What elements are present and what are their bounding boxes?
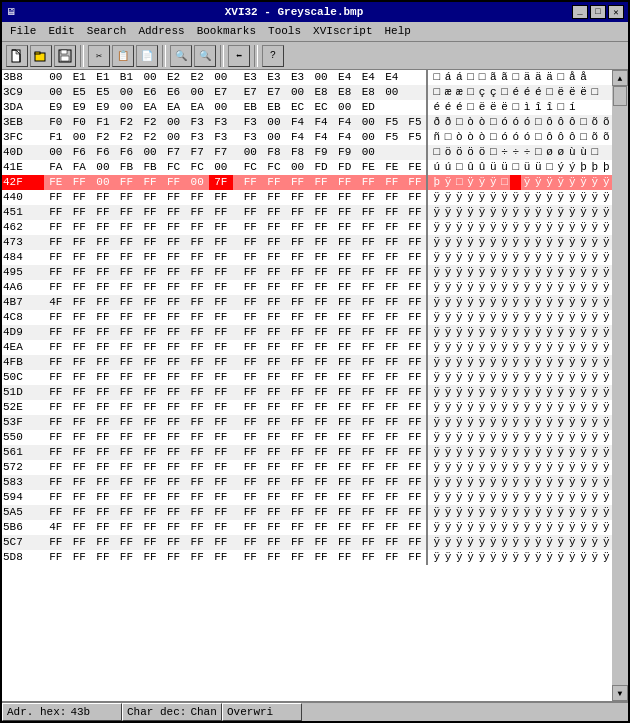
- table-row[interactable]: 495FFFFFFFFFFFFFFFFFFFFFFFFFFFFFFFFÿÿÿÿÿ…: [2, 265, 612, 280]
- char-cell[interactable]: ÿ: [567, 430, 578, 445]
- hex-cell[interactable]: FF: [286, 205, 310, 220]
- char-cell[interactable]: ÿ: [544, 310, 555, 325]
- char-cell[interactable]: ÿ: [521, 505, 532, 520]
- table-row[interactable]: 53FFFFFFFFFFFFFFFFFFFFFFFFFFFFFFFFFÿÿÿÿÿ…: [2, 415, 612, 430]
- char-cell[interactable]: ÿ: [533, 250, 544, 265]
- char-cell[interactable]: ÿ: [510, 265, 521, 280]
- char-cell[interactable]: ú: [442, 160, 453, 175]
- hex-cell[interactable]: FF: [115, 460, 139, 475]
- hex-cell[interactable]: FF: [286, 310, 310, 325]
- char-cell[interactable]: ù: [578, 145, 589, 160]
- hex-cell[interactable]: FF: [91, 490, 115, 505]
- hex-cell[interactable]: FF: [162, 415, 186, 430]
- char-cell[interactable]: ÿ: [476, 205, 487, 220]
- hex-cell[interactable]: FF: [356, 535, 380, 550]
- hex-cell[interactable]: FF: [138, 490, 162, 505]
- hex-cell[interactable]: E6: [162, 85, 186, 100]
- char-cell[interactable]: ÿ: [431, 430, 442, 445]
- hex-cell[interactable]: FF: [138, 400, 162, 415]
- hex-cell[interactable]: FF: [262, 295, 286, 310]
- char-cell[interactable]: ÿ: [567, 385, 578, 400]
- hex-cell[interactable]: FF: [162, 220, 186, 235]
- menu-tools[interactable]: Tools: [262, 24, 307, 39]
- table-row[interactable]: 594FFFFFFFFFFFFFFFFFFFFFFFFFFFFFFFFÿÿÿÿÿ…: [2, 490, 612, 505]
- hex-cell[interactable]: FF: [309, 295, 333, 310]
- hex-cell[interactable]: FF: [309, 220, 333, 235]
- char-cell[interactable]: æ: [454, 85, 465, 100]
- hex-cell[interactable]: E7: [239, 85, 263, 100]
- char-cell[interactable]: ÿ: [544, 550, 555, 565]
- char-cell[interactable]: ÿ: [600, 295, 612, 310]
- hex-cell[interactable]: FF: [209, 415, 233, 430]
- hex-cell[interactable]: E3: [239, 70, 263, 85]
- char-cell[interactable]: é: [521, 85, 532, 100]
- char-cell[interactable]: ÿ: [555, 175, 566, 190]
- char-cell[interactable]: ÿ: [465, 550, 476, 565]
- hex-cell[interactable]: FF: [138, 520, 162, 535]
- char-cell[interactable]: □: [578, 130, 589, 145]
- hex-cell[interactable]: FF: [239, 550, 263, 565]
- char-cell[interactable]: ÿ: [454, 220, 465, 235]
- char-cell[interactable]: ÿ: [600, 220, 612, 235]
- hex-cell[interactable]: FF: [309, 325, 333, 340]
- char-cell[interactable]: ò: [476, 115, 487, 130]
- char-cell[interactable]: ÿ: [521, 445, 532, 460]
- hex-cell[interactable]: F7: [185, 145, 209, 160]
- char-cell[interactable]: ÿ: [431, 220, 442, 235]
- table-row[interactable]: 473FFFFFFFFFFFFFFFFFFFFFFFFFFFFFFFFÿÿÿÿÿ…: [2, 235, 612, 250]
- char-cell[interactable]: ÿ: [600, 175, 612, 190]
- hex-cell[interactable]: FF: [380, 385, 404, 400]
- char-cell[interactable]: ÿ: [600, 385, 612, 400]
- hex-cell[interactable]: E2: [185, 70, 209, 85]
- hex-cell[interactable]: FF: [185, 490, 209, 505]
- hex-cell[interactable]: FF: [286, 505, 310, 520]
- char-cell[interactable]: ÿ: [567, 535, 578, 550]
- hex-cell[interactable]: FF: [356, 475, 380, 490]
- hex-cell[interactable]: FF: [185, 400, 209, 415]
- table-row[interactable]: 50CFFFFFFFFFFFFFFFFFFFFFFFFFFFFFFFFÿÿÿÿÿ…: [2, 370, 612, 385]
- hex-cell[interactable]: FF: [91, 385, 115, 400]
- char-cell[interactable]: ÿ: [544, 220, 555, 235]
- hex-cell[interactable]: FF: [115, 325, 139, 340]
- char-cell[interactable]: ÿ: [521, 355, 532, 370]
- char-cell[interactable]: ÿ: [454, 190, 465, 205]
- char-cell[interactable]: ÿ: [499, 295, 510, 310]
- char-cell[interactable]: ÿ: [488, 385, 499, 400]
- hex-cell[interactable]: FF: [91, 535, 115, 550]
- char-cell[interactable]: ÿ: [431, 205, 442, 220]
- char-cell[interactable]: ÿ: [578, 520, 589, 535]
- char-cell[interactable]: í: [567, 100, 578, 115]
- char-cell[interactable]: [600, 145, 612, 160]
- hex-cell[interactable]: FF: [239, 490, 263, 505]
- hex-cell[interactable]: FF: [68, 400, 92, 415]
- hex-cell[interactable]: FF: [209, 340, 233, 355]
- char-cell[interactable]: ë: [476, 100, 487, 115]
- hex-cell[interactable]: FF: [286, 370, 310, 385]
- hex-cell[interactable]: E5: [91, 85, 115, 100]
- hex-cell[interactable]: FF: [333, 280, 357, 295]
- hex-cell[interactable]: FF: [209, 355, 233, 370]
- hex-cell[interactable]: FF: [162, 250, 186, 265]
- hex-cell[interactable]: FF: [262, 355, 286, 370]
- char-cell[interactable]: □: [476, 70, 487, 85]
- char-cell[interactable]: ÿ: [600, 250, 612, 265]
- char-cell[interactable]: ÿ: [600, 430, 612, 445]
- hex-cell[interactable]: F4: [333, 130, 357, 145]
- hex-cell[interactable]: FF: [138, 445, 162, 460]
- hex-cell[interactable]: FE: [380, 160, 404, 175]
- hex-cell[interactable]: FF: [138, 190, 162, 205]
- char-cell[interactable]: å: [578, 70, 589, 85]
- hex-cell[interactable]: F2: [115, 115, 139, 130]
- hex-cell[interactable]: FF: [91, 445, 115, 460]
- char-cell[interactable]: ÿ: [533, 475, 544, 490]
- hex-cell[interactable]: FF: [286, 175, 310, 190]
- hex-cell[interactable]: FF: [286, 550, 310, 565]
- char-cell[interactable]: ÿ: [521, 385, 532, 400]
- hex-cell[interactable]: [404, 70, 428, 85]
- hex-cell[interactable]: FF: [185, 190, 209, 205]
- char-cell[interactable]: ÿ: [567, 400, 578, 415]
- hex-cell[interactable]: B1: [115, 70, 139, 85]
- hex-cell[interactable]: FF: [185, 520, 209, 535]
- char-cell[interactable]: ÿ: [442, 265, 453, 280]
- char-cell[interactable]: ÿ: [442, 325, 453, 340]
